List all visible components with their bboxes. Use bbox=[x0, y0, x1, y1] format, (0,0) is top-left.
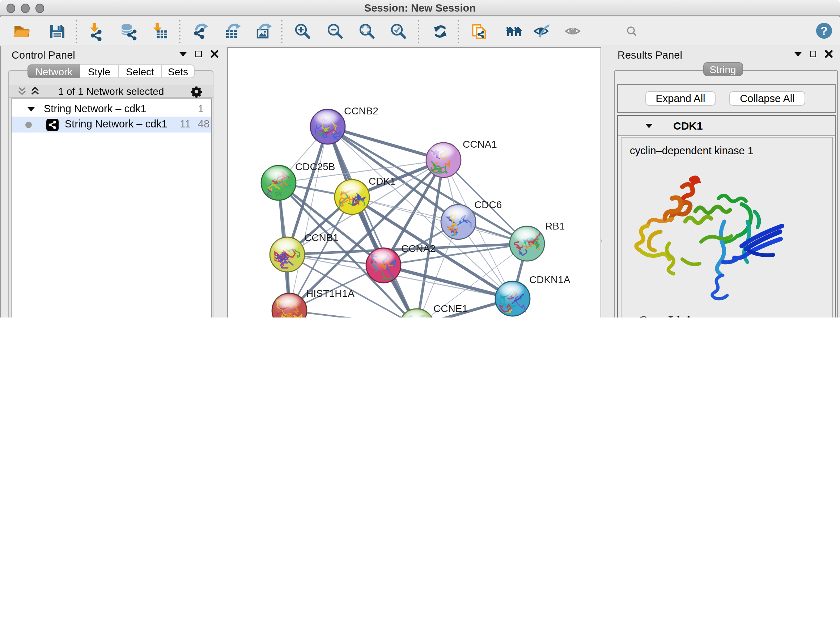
svg-text:?: ? bbox=[821, 24, 828, 38]
svg-text:CCNB1: CCNB1 bbox=[304, 232, 338, 243]
svg-text:HIST1H1A: HIST1H1A bbox=[306, 287, 354, 299]
svg-text:CDKN1A: CDKN1A bbox=[529, 274, 570, 285]
svg-text:CDC25B: CDC25B bbox=[295, 161, 335, 172]
svg-text:CDC6: CDC6 bbox=[474, 199, 501, 210]
svg-text:RB1: RB1 bbox=[545, 220, 564, 231]
svg-text:CCNB2: CCNB2 bbox=[344, 105, 378, 116]
svg-text:CDK1: CDK1 bbox=[368, 175, 395, 187]
svg-text:CCNA1: CCNA1 bbox=[462, 138, 497, 149]
svg-text:CCNA2: CCNA2 bbox=[401, 242, 435, 254]
svg-text:CCNE1: CCNE1 bbox=[433, 302, 467, 314]
